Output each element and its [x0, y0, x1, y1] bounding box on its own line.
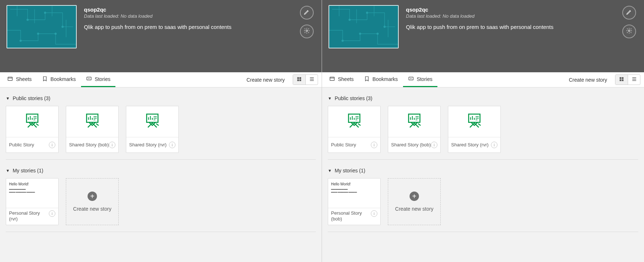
card-title: Personal Story (rvr)	[9, 210, 49, 222]
app-data-status: Data last loaded: No data loaded	[406, 13, 636, 19]
edit-button[interactable]	[622, 6, 636, 20]
svg-rect-28	[622, 77, 624, 79]
grid-icon	[619, 76, 624, 83]
list-icon	[309, 76, 315, 83]
story-thumb-icon	[464, 111, 484, 133]
svg-rect-12	[297, 79, 299, 81]
tab-sheets[interactable]: Sheets	[2, 72, 37, 87]
tabs: Sheets Bookmarks Stories	[324, 72, 437, 87]
story-thumb-icon	[82, 111, 102, 133]
info-icon[interactable]: i	[371, 210, 377, 217]
story-card[interactable]: Shared Story (rvr) i	[126, 106, 179, 153]
story-card[interactable]: Shared Story (bob) i	[66, 106, 119, 153]
create-story-link[interactable]: Create new story	[562, 72, 614, 87]
edit-button[interactable]	[300, 6, 314, 20]
section-header[interactable]: ▼Public stories (3)	[328, 90, 638, 106]
list-view-button[interactable]	[628, 75, 640, 85]
card-thumbnail	[126, 106, 178, 137]
svg-rect-8	[8, 77, 12, 80]
gear-icon	[304, 27, 310, 35]
app-thumbnail[interactable]	[329, 5, 399, 48]
card-grid: Public Story i Shared Story (bob) i	[328, 106, 638, 158]
section-header[interactable]: ▼Public stories (3)	[6, 90, 316, 106]
svg-point-4	[55, 33, 56, 35]
tab-sheets[interactable]: Sheets	[324, 72, 359, 87]
content-area: ▼Public stories (3) Public Story i Share…	[0, 87, 322, 262]
sheet-icon	[329, 76, 335, 83]
story-card[interactable]: Shared Story (bob) i	[388, 106, 441, 153]
personal-story-card[interactable]: Hello World! ▬▬▬▬▬▬▬▬▬▬▬ ▬▬▬▬▬ ▬▬▬▬ Pers…	[6, 178, 59, 225]
svg-rect-10	[297, 77, 299, 79]
card-grid: Hello World! ▬▬▬▬▬▬▬▬▬▬▬ ▬▬▬▬▬ ▬▬▬▬ Pers…	[328, 178, 638, 230]
svg-point-21	[377, 33, 378, 35]
tabs: Sheets Bookmarks Stories	[2, 72, 115, 87]
story-icon	[86, 76, 92, 83]
app-title: qsop2qc	[406, 7, 636, 13]
card-thumbnail: Hello World! ▬▬▬▬▬▬▬▬▬▬▬ ▬▬▬▬▬ ▬▬▬▬	[328, 179, 380, 208]
info-icon[interactable]: i	[109, 142, 115, 148]
info-icon[interactable]: i	[49, 210, 55, 217]
svg-point-2	[44, 12, 46, 14]
create-story-placeholder[interactable]: +Create new story	[66, 178, 119, 225]
settings-button[interactable]	[622, 25, 636, 38]
card-footer: Personal Story (rvr) i	[6, 208, 58, 225]
view-toggle	[293, 74, 318, 85]
app-description: Qlik app to push from on prem to saas wi…	[406, 24, 636, 30]
tab-stories-label: Stories	[417, 76, 433, 82]
svg-point-24	[628, 30, 630, 32]
tab-stories[interactable]: Stories	[81, 72, 116, 87]
list-view-button[interactable]	[305, 75, 318, 85]
info-icon[interactable]: i	[169, 142, 175, 148]
info-icon[interactable]: i	[491, 142, 497, 148]
section-header[interactable]: ▼My stories (1)	[6, 163, 316, 178]
card-grid: Hello World! ▬▬▬▬▬▬▬▬▬▬▬ ▬▬▬▬▬ ▬▬▬▬ Pers…	[6, 178, 316, 230]
card-title: Public Story	[331, 142, 356, 148]
tab-bookmarks[interactable]: Bookmarks	[359, 72, 403, 87]
info-icon[interactable]: i	[431, 142, 437, 148]
app-title: qsop2qc	[84, 7, 314, 13]
grid-view-button[interactable]	[615, 75, 628, 85]
story-thumb-icon	[404, 111, 424, 133]
pencil-icon	[626, 9, 632, 17]
card-title: Shared Story (rvr)	[129, 142, 166, 148]
story-card[interactable]: Shared Story (rvr) i	[448, 106, 501, 153]
my-stories-section: ▼My stories (1) Hello World! ▬▬▬▬▬▬▬▬▬▬▬…	[328, 163, 638, 232]
card-footer: Shared Story (rvr) i	[448, 137, 500, 153]
section-title: My stories (1)	[13, 168, 43, 173]
card-thumbnail	[328, 106, 380, 137]
public-stories-section: ▼Public stories (3) Public Story i Share…	[328, 90, 638, 160]
my-stories-section: ▼My stories (1) Hello World! ▬▬▬▬▬▬▬▬▬▬▬…	[6, 163, 316, 232]
svg-point-1	[27, 19, 29, 21]
settings-button[interactable]	[300, 25, 314, 38]
svg-rect-13	[300, 79, 301, 81]
card-thumbnail: Hello World! ▬▬▬▬▬▬▬▬▬▬▬ ▬▬▬▬▬ ▬▬▬▬	[6, 179, 58, 208]
card-footer: Public Story i	[328, 137, 380, 153]
create-story-link[interactable]: Create new story	[240, 72, 291, 87]
info-icon[interactable]: i	[371, 142, 377, 148]
chevron-down-icon: ▼	[6, 96, 10, 100]
bookmark-icon	[42, 76, 48, 83]
story-card[interactable]: Public Story i	[328, 106, 381, 153]
info-icon[interactable]: i	[49, 142, 55, 148]
story-card[interactable]: Public Story i	[6, 106, 59, 153]
personal-story-card[interactable]: Hello World! ▬▬▬▬▬▬▬▬▬▬▬ ▬▬▬▬▬ ▬▬▬▬ Pers…	[328, 178, 381, 225]
section-header[interactable]: ▼My stories (1)	[328, 163, 638, 178]
pane-0: qsop2qc Data last loaded: No data loaded…	[0, 0, 322, 262]
app-header: qsop2qc Data last loaded: No data loaded…	[0, 0, 322, 72]
card-title: Public Story	[9, 142, 34, 148]
tab-bookmarks[interactable]: Bookmarks	[37, 72, 81, 87]
create-story-placeholder[interactable]: +Create new story	[388, 178, 441, 225]
placeholder-label: Create new story	[395, 206, 433, 212]
svg-point-5	[37, 33, 39, 35]
grid-view-button[interactable]	[293, 75, 305, 85]
plus-icon: +	[88, 192, 97, 201]
tab-stories[interactable]: Stories	[403, 72, 438, 87]
svg-point-3	[20, 40, 22, 42]
section-title: My stories (1)	[335, 168, 365, 173]
app-thumbnail[interactable]	[7, 5, 77, 48]
chevron-down-icon: ▼	[6, 168, 10, 173]
tab-sheets-label: Sheets	[338, 76, 354, 82]
toolbar: Sheets Bookmarks Stories Create new stor…	[322, 72, 644, 87]
section-title: Public stories (3)	[13, 95, 50, 101]
tab-stories-label: Stories	[95, 76, 111, 82]
